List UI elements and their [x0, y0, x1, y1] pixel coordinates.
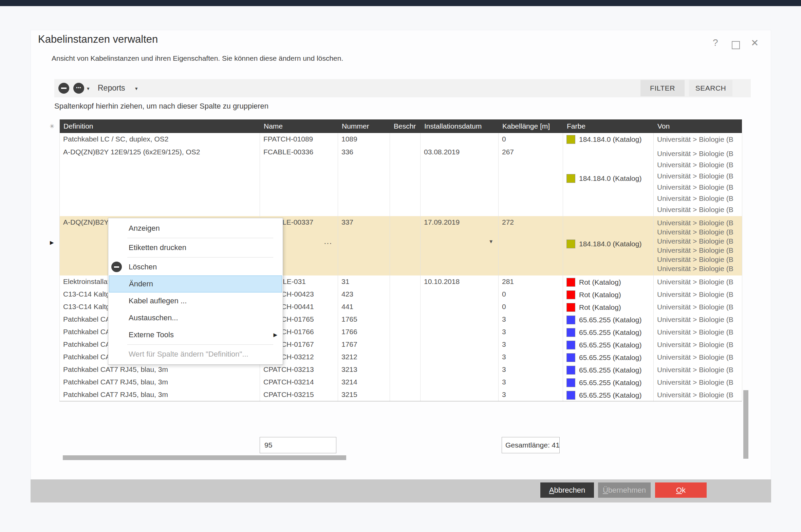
von-path-text: Universität > Biologie (B [657, 159, 742, 170]
ellipsis-editor-button[interactable]: ... [324, 237, 332, 246]
cell-text: 1089 [341, 135, 357, 143]
table-row[interactable]: Patchkabel CAT7 RJ45, blau, 3mCPATCH-032… [60, 363, 742, 376]
column-header-beschr[interactable]: Beschr [390, 119, 421, 133]
cell-name: CPATCH-03214 [260, 376, 338, 388]
von-path-text: Universität > Biologie (B [657, 264, 742, 273]
cell-text: CPATCH-03213 [263, 365, 314, 373]
color-swatch [566, 240, 575, 248]
cell-farbe: 65.65.255 (Katalog) [563, 388, 654, 401]
cell-text: A-DQ(ZN)B2Y 12E9/125 (6x2E9/125), OS2 [63, 148, 200, 156]
von-path-text: Universität > Biologie (B [657, 218, 742, 227]
cell-text: 441 [341, 303, 353, 310]
horizontal-scrollbar-thumb[interactable] [63, 455, 346, 460]
menu-item-austauschen[interactable]: Austauschen... [108, 309, 283, 326]
column-header-name[interactable]: Name [260, 119, 338, 133]
cell-nummer: 31 [338, 276, 390, 288]
cell-text: 1766 [341, 328, 357, 336]
column-header-installationsdatum[interactable]: Installationsdatum [421, 119, 499, 133]
von-path-text: Universität > Biologie (B [657, 278, 742, 286]
color-label: Rot (Katalog) [579, 291, 621, 299]
menu-item-label: Wert für Spalte ändern "Definition"... [129, 350, 248, 359]
menu-item-label: Austauschen... [129, 314, 178, 322]
cell-nummer: 3215 [338, 388, 390, 401]
cell-text: 0 [502, 290, 506, 298]
page-title: Kabelinstanzen verwalten [38, 33, 158, 45]
table-row[interactable]: Patchkabel CAT7 RJ45, blau, 3mCPATCH-032… [60, 388, 742, 401]
cell-von: Universität > Biologie (B [654, 133, 742, 146]
cell-text: 31 [341, 278, 349, 285]
ok-button[interactable]: Ok [655, 482, 707, 498]
color-swatch [566, 303, 575, 312]
cell-beschr [390, 216, 421, 276]
remove-button[interactable] [58, 83, 69, 94]
cell-text: 281 [502, 278, 514, 285]
color-swatch [566, 135, 575, 144]
table-row[interactable]: Patchkabel LC / SC, duplex, OS2FPATCH-01… [60, 133, 742, 146]
cell-text: 10.10.2018 [424, 278, 460, 285]
cell-text: 3215 [341, 391, 357, 398]
von-path-text: Universität > Biologie (B [657, 315, 742, 324]
cell-laenge: 281 [499, 276, 563, 288]
vertical-scrollbar-thumb[interactable] [743, 390, 748, 459]
cell-beschr [390, 146, 421, 216]
submenu-arrow-icon: ▶ [273, 332, 277, 338]
close-icon[interactable]: ✕ [751, 37, 759, 49]
cell-text: 0 [502, 135, 506, 143]
menu-item-externe-tools[interactable]: Externe Tools▶ [108, 326, 283, 343]
cell-laenge: 3 [499, 326, 563, 338]
cell-laenge: 3 [499, 363, 563, 376]
cell-text: 3 [502, 353, 506, 361]
cell-text: 337 [341, 218, 353, 226]
menu-item-kabel-auflegen[interactable]: Kabel auflegen ... [108, 292, 283, 309]
column-header-farbe[interactable]: Farbe [563, 119, 654, 133]
reports-chevron-down-icon[interactable]: ▾ [135, 86, 138, 92]
menu-item-ändern[interactable]: Ändern [109, 276, 282, 292]
von-path-text: Universität > Biologie (B [657, 353, 742, 362]
table-row[interactable]: Patchkabel CAT7 RJ45, blau, 3mCPATCH-032… [60, 376, 742, 388]
cell-beschr [390, 326, 421, 338]
cell-datum [421, 388, 499, 401]
cell-nummer: 3212 [338, 351, 390, 363]
cell-datum: 17.09.2019▼ [421, 216, 499, 276]
toolbar: ••• ▾ Reports ▾ FILTER SEARCH [54, 79, 751, 97]
column-header-nummer[interactable]: Nummer [338, 119, 390, 133]
column-header-kabellänge-m-[interactable]: Kabellänge [m] [499, 119, 563, 133]
cell-farbe: Rot (Katalog) [563, 276, 654, 288]
menu-item-etiketten-drucken[interactable]: Etiketten drucken [108, 239, 283, 256]
help-icon[interactable]: ? [713, 37, 718, 48]
grid-settings-icon[interactable]: ✳ [50, 123, 54, 130]
date-dropdown-icon[interactable]: ▼ [488, 239, 493, 244]
cell-name: CPATCH-03215 [260, 388, 338, 401]
cell-von: Universität > Biologie (B [654, 313, 742, 326]
cell-datum [421, 376, 499, 388]
color-label: 184.184.0 (Katalog) [579, 174, 641, 183]
group-by-hint: Spaltenkopf hierhin ziehen, um nach dies… [54, 102, 268, 111]
cancel-button[interactable]: Abbrechen [540, 482, 594, 498]
reports-menu[interactable]: Reports [98, 83, 125, 93]
cell-nummer: 3214 [338, 376, 390, 388]
cell-von: Universität > Biologie (B [654, 363, 742, 376]
menu-item-löschen[interactable]: Löschen [108, 259, 283, 276]
cell-von: Universität > Biologie (B [654, 276, 742, 288]
cell-text: 3 [502, 340, 506, 348]
maximize-icon[interactable] [732, 41, 740, 49]
cell-text: 272 [502, 218, 514, 226]
search-button[interactable]: SEARCH [689, 80, 732, 96]
menu-item-anzeigen[interactable]: Anzeigen [108, 220, 283, 237]
cell-nummer: 441 [338, 301, 390, 313]
von-path-text: Universität > Biologie (B [657, 378, 742, 387]
color-label: 184.184.0 (Katalog) [579, 135, 641, 144]
cell-datum [421, 338, 499, 351]
column-header-von[interactable]: Von [654, 119, 742, 133]
cell-laenge: 0 [499, 301, 563, 313]
cell-nummer: 423 [338, 288, 390, 301]
table-row[interactable]: A-DQ(ZN)B2Y 12E9/125 (6x2E9/125), OS2FCA… [60, 146, 742, 216]
color-label: 65.65.255 (Katalog) [579, 366, 641, 374]
column-header-definition[interactable]: Definition [60, 119, 260, 133]
cell-text: 336 [341, 148, 353, 156]
filter-button[interactable]: FILTER [640, 80, 685, 96]
cell-beschr [390, 363, 421, 376]
more-actions-button[interactable]: ••• [73, 83, 84, 94]
chevron-down-icon[interactable]: ▾ [87, 86, 90, 92]
cell-farbe: 65.65.255 (Katalog) [563, 313, 654, 326]
